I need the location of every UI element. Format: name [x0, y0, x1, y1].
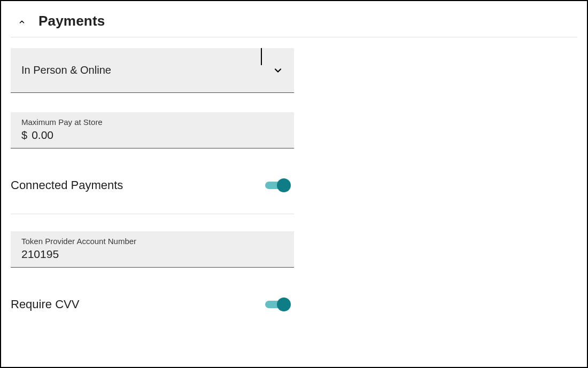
token-provider-field[interactable]: Token Provider Account Number 210195: [11, 231, 294, 268]
require-cvv-toggle[interactable]: [265, 297, 291, 311]
currency-prefix: $: [21, 129, 27, 142]
chevron-down-icon: [273, 65, 283, 76]
chevron-up-icon: [18, 18, 26, 25]
token-provider-label: Token Provider Account Number: [21, 237, 283, 246]
max-pay-at-store-value: 0.00: [32, 129, 53, 142]
require-cvv-label: Require CVV: [11, 297, 79, 311]
connected-payments-toggle[interactable]: [265, 178, 291, 192]
text-cursor: [261, 48, 262, 65]
section-title: Payments: [38, 13, 105, 29]
require-cvv-row: Require CVV: [11, 297, 294, 311]
max-pay-at-store-label: Maximum Pay at Store: [21, 118, 283, 127]
max-pay-at-store-field[interactable]: Maximum Pay at Store $ 0.00: [11, 112, 294, 148]
settings-left-column: In Person & Online Maximum Pay at Store …: [11, 37, 294, 311]
payments-settings-panel: Payments In Person & Online Maximum Pay …: [0, 0, 588, 368]
token-provider-value: 210195: [21, 248, 59, 261]
divider: [11, 214, 294, 214]
connected-payments-row: Connected Payments: [11, 178, 294, 192]
token-provider-value-row: 210195: [21, 248, 283, 261]
payment-mode-value: In Person & Online: [21, 64, 111, 76]
max-pay-at-store-value-row: $ 0.00: [21, 129, 283, 142]
payment-mode-select[interactable]: In Person & Online: [11, 48, 294, 93]
section-header[interactable]: Payments: [11, 11, 577, 37]
connected-payments-label: Connected Payments: [11, 178, 123, 192]
toggle-thumb: [277, 178, 291, 192]
toggle-thumb: [277, 297, 291, 311]
